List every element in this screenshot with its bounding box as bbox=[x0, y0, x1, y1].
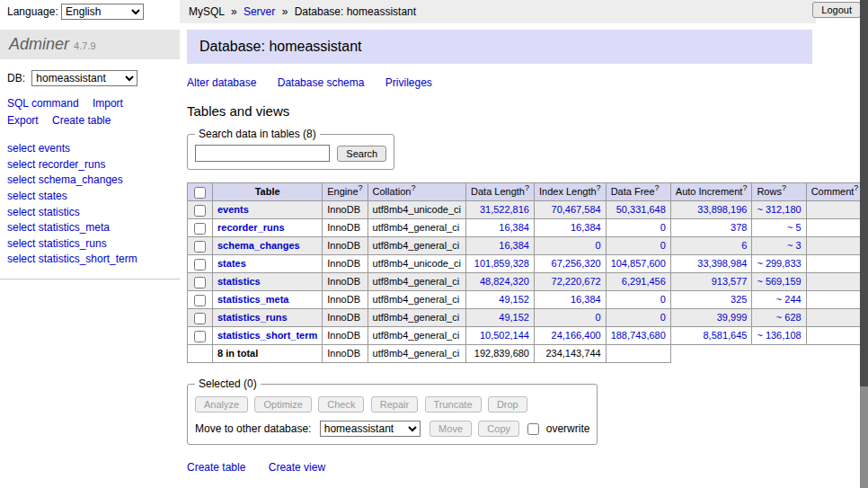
rows-link[interactable]: ~ 3 bbox=[787, 240, 802, 251]
data-length-link[interactable]: 16,384 bbox=[499, 222, 529, 233]
sidebar-item-select-statistics-short-term[interactable]: select statistics_short_term bbox=[7, 252, 180, 268]
help-link[interactable]: ? bbox=[525, 183, 529, 192]
index-length-link[interactable]: 16,384 bbox=[571, 222, 601, 233]
breadcrumb-server-link[interactable]: Server bbox=[244, 5, 275, 18]
sidebar-item-select-statistics-runs[interactable]: select statistics_runs bbox=[7, 236, 180, 253]
help-link[interactable]: ? bbox=[411, 183, 415, 192]
database-schema-link[interactable]: Database schema bbox=[278, 76, 365, 89]
logout-button[interactable]: Logout bbox=[812, 2, 861, 18]
overwrite-checkbox[interactable] bbox=[527, 423, 539, 435]
data-length-link[interactable]: 10,502,144 bbox=[480, 330, 529, 341]
index-length-link[interactable]: 0 bbox=[596, 312, 601, 323]
row-checkbox[interactable] bbox=[194, 259, 206, 271]
table-link[interactable]: recorder_runs bbox=[217, 222, 285, 233]
data-length-link[interactable]: 16,384 bbox=[499, 240, 529, 251]
auto-increment-link[interactable]: 8,581,645 bbox=[703, 330, 747, 341]
data-free-link[interactable]: 0 bbox=[660, 312, 666, 323]
index-length-link[interactable]: 24,166,400 bbox=[552, 330, 601, 341]
language-select[interactable]: English bbox=[61, 4, 144, 20]
help-link[interactable]: ? bbox=[359, 183, 363, 192]
rows-link[interactable]: ~ 569,159 bbox=[757, 276, 801, 287]
index-length-link[interactable]: 70,467,584 bbox=[552, 204, 601, 215]
help-link[interactable]: ? bbox=[597, 183, 601, 192]
sidebar-item-select-recorder-runs[interactable]: select recorder_runs bbox=[7, 157, 180, 173]
db-select[interactable]: homeassistant bbox=[31, 70, 137, 86]
search-button[interactable]: Search bbox=[337, 146, 386, 162]
select-all-checkbox[interactable] bbox=[194, 187, 206, 199]
sidebar-item-select-states[interactable]: select states bbox=[7, 189, 180, 205]
move-button[interactable]: Move bbox=[430, 421, 472, 437]
copy-button[interactable]: Copy bbox=[478, 421, 519, 437]
auto-increment-link[interactable]: 325 bbox=[731, 294, 747, 305]
table-link[interactable]: statistics_short_term bbox=[217, 330, 317, 341]
sidebar-item-create-table[interactable]: Create table bbox=[52, 114, 111, 127]
row-checkbox[interactable] bbox=[194, 241, 206, 253]
index-length-link[interactable]: 0 bbox=[596, 240, 601, 251]
table-link[interactable]: schema_changes bbox=[217, 240, 300, 251]
auto-increment-link[interactable]: 33,398,984 bbox=[697, 258, 747, 269]
data-length-link[interactable]: 31,522,816 bbox=[480, 204, 529, 215]
rows-link[interactable]: ~ 312,180 bbox=[757, 204, 801, 215]
scrollbar[interactable] bbox=[860, 0, 868, 488]
index-length-link[interactable]: 16,384 bbox=[571, 294, 601, 305]
data-free-link[interactable]: 188,743,680 bbox=[611, 330, 666, 341]
auto-increment-link[interactable]: 378 bbox=[731, 222, 747, 233]
table-link[interactable]: states bbox=[217, 258, 246, 269]
sidebar-item-select-events[interactable]: select events bbox=[7, 141, 180, 157]
table-link[interactable]: events bbox=[217, 204, 249, 215]
index-length-link[interactable]: 67,256,320 bbox=[552, 258, 601, 269]
help-link[interactable]: ? bbox=[782, 183, 786, 192]
privileges-link[interactable]: Privileges bbox=[385, 76, 432, 89]
move-db-select[interactable]: homeassistant bbox=[320, 421, 421, 437]
auto-increment-link[interactable]: 913,577 bbox=[712, 276, 748, 287]
help-link[interactable]: ? bbox=[742, 183, 747, 192]
row-checkbox[interactable] bbox=[194, 223, 206, 235]
table-link[interactable]: statistics_meta bbox=[217, 294, 289, 305]
auto-increment-link[interactable]: 39,999 bbox=[717, 312, 748, 323]
rows-link[interactable]: ~ 628 bbox=[776, 312, 802, 323]
auto-increment-link[interactable]: 33,898,196 bbox=[697, 204, 747, 215]
data-length-link[interactable]: 49,152 bbox=[499, 312, 529, 323]
sidebar-item-export[interactable]: Export bbox=[7, 114, 39, 127]
row-checkbox[interactable] bbox=[194, 277, 206, 288]
table-link[interactable]: statistics_runs bbox=[217, 312, 288, 323]
auto-increment-link[interactable]: 6 bbox=[741, 240, 747, 251]
help-link[interactable]: ? bbox=[854, 183, 858, 192]
data-length-link[interactable]: 48,824,320 bbox=[480, 276, 529, 287]
help-link[interactable]: ? bbox=[655, 183, 660, 192]
create-table-link[interactable]: Create table bbox=[187, 461, 245, 474]
data-free-link[interactable]: 0 bbox=[660, 294, 666, 305]
search-input[interactable] bbox=[195, 145, 330, 162]
analyze-button[interactable]: Analyze bbox=[195, 396, 248, 413]
rows-link[interactable]: ~ 244 bbox=[776, 294, 802, 305]
data-length-link[interactable]: 49,152 bbox=[499, 294, 529, 305]
repair-button[interactable]: Repair bbox=[371, 396, 418, 413]
sidebar-item-select-statistics[interactable]: select statistics bbox=[7, 205, 180, 221]
sidebar-item-select-schema-changes[interactable]: select schema_changes bbox=[7, 173, 180, 189]
drop-button[interactable]: Drop bbox=[488, 396, 527, 413]
index-length-link[interactable]: 72,220,672 bbox=[552, 276, 601, 287]
rows-link[interactable]: ~ 5 bbox=[787, 222, 802, 233]
data-length-link[interactable]: 101,859,328 bbox=[474, 258, 529, 269]
sidebar-item-select-statistics-meta[interactable]: select statistics_meta bbox=[7, 220, 180, 236]
scrollbar-thumb[interactable] bbox=[860, 0, 868, 386]
rows-link[interactable]: ~ 136,108 bbox=[757, 330, 801, 341]
rows-link[interactable]: ~ 299,833 bbox=[757, 258, 801, 269]
data-free-link[interactable]: 50,331,648 bbox=[616, 204, 666, 215]
data-free-link[interactable]: 0 bbox=[660, 240, 666, 251]
sidebar-item-sql-command[interactable]: SQL command bbox=[7, 97, 79, 110]
row-checkbox[interactable] bbox=[194, 331, 206, 342]
alter-database-link[interactable]: Alter database bbox=[187, 76, 256, 89]
row-checkbox[interactable] bbox=[194, 313, 206, 324]
row-checkbox[interactable] bbox=[194, 295, 206, 306]
truncate-button[interactable]: Truncate bbox=[425, 396, 482, 413]
optimize-button[interactable]: Optimize bbox=[254, 396, 311, 413]
data-free-link[interactable]: 0 bbox=[660, 222, 666, 233]
create-view-link[interactable]: Create view bbox=[269, 461, 325, 474]
sidebar-item-import[interactable]: Import bbox=[93, 97, 123, 110]
data-free-link[interactable]: 104,857,600 bbox=[611, 258, 666, 269]
row-checkbox[interactable] bbox=[194, 205, 206, 217]
data-free-link[interactable]: 6,291,456 bbox=[622, 276, 666, 287]
check-button[interactable]: Check bbox=[318, 396, 364, 413]
table-link[interactable]: statistics bbox=[217, 276, 261, 287]
